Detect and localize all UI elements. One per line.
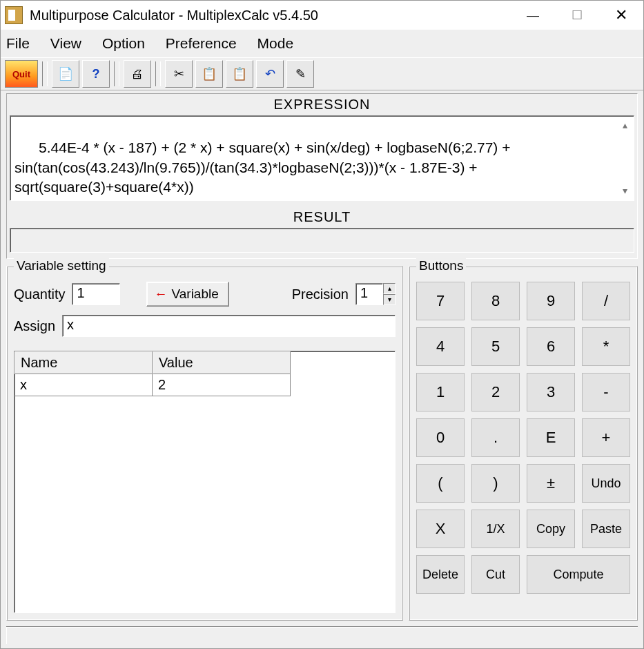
copy-icon[interactable]: 📋	[195, 60, 223, 88]
window-title: Multipurpose Calculator - MultiplexCalc …	[30, 8, 511, 23]
paste-icon[interactable]: 📋	[226, 60, 253, 88]
precision-up-icon[interactable]: ▴	[383, 283, 396, 294]
key-8[interactable]: 8	[471, 282, 520, 320]
variable-legend: Variable setting	[14, 258, 109, 273]
open-icon[interactable]: 📄	[52, 60, 79, 88]
key-1[interactable]: 1	[416, 373, 465, 411]
key-paste[interactable]: Paste	[582, 510, 630, 548]
table-header: Name Value	[14, 351, 395, 374]
precision-down-icon[interactable]: ▾	[383, 294, 396, 305]
key-e[interactable]: E	[527, 418, 575, 457]
menubar: File View Option Preference Mode	[1, 30, 643, 57]
quantity-input[interactable]: 1	[72, 283, 120, 305]
undo-icon[interactable]: ↶	[256, 60, 284, 88]
precision-input[interactable]: 1	[355, 283, 383, 305]
buttons-legend: Buttons	[416, 258, 466, 273]
key-divide[interactable]: /	[582, 282, 630, 320]
toolbar-separator	[114, 61, 119, 86]
toolbar-separator	[155, 61, 161, 86]
window-controls: — ☐ ✕	[511, 1, 643, 30]
result-heading: RESULT	[10, 208, 634, 228]
cell-value[interactable]: 2	[153, 374, 291, 396]
scroll-down-icon[interactable]: ▾	[623, 184, 627, 197]
key-undo[interactable]: Undo	[582, 464, 630, 503]
buttons-group: Buttons 7 8 9 / 4 5 6 * 1 2 3 - 0 . E + …	[409, 266, 638, 621]
key-9[interactable]: 9	[527, 282, 575, 320]
toolbar-separator	[42, 61, 48, 86]
key-lparen[interactable]: (	[416, 464, 465, 503]
col-value-header[interactable]: Value	[153, 351, 291, 374]
key-plusminus[interactable]: ±	[527, 464, 575, 503]
key-x[interactable]: X	[416, 510, 465, 548]
statusbar	[6, 626, 638, 644]
expression-input[interactable]: 5.44E-4 * (x - 187) + (2 * x) + square(x…	[10, 115, 634, 201]
variable-button[interactable]: ← Variable	[146, 282, 228, 307]
titlebar: Multipurpose Calculator - MultiplexCalc …	[1, 1, 643, 30]
col-name-header[interactable]: Name	[14, 351, 153, 374]
minimize-button[interactable]: —	[511, 1, 555, 30]
expression-text: 5.44E-4 * (x - 187) + (2 * x) + square(x…	[14, 139, 514, 195]
cell-name[interactable]: x	[14, 374, 153, 396]
menu-view[interactable]: View	[50, 35, 81, 52]
expression-panel: EXPRESSION 5.44E-4 * (x - 187) + (2 * x)…	[6, 93, 638, 259]
menu-file[interactable]: File	[6, 35, 30, 52]
toolbar: Quit 📄 ? 🖨 ✂ 📋 📋 ↶ ✎	[1, 57, 643, 90]
precision-label: Precision	[292, 287, 349, 302]
key-4[interactable]: 4	[416, 327, 465, 366]
key-6[interactable]: 6	[527, 327, 575, 366]
assign-input[interactable]: x	[62, 315, 396, 337]
keypad: 7 8 9 / 4 5 6 * 1 2 3 - 0 . E + ( ) ± Un…	[416, 282, 630, 594]
lower-area: Variable setting Quantity 1 ← Variable P…	[1, 260, 643, 626]
menu-mode[interactable]: Mode	[257, 35, 294, 52]
menu-preference[interactable]: Preference	[166, 35, 237, 52]
key-2[interactable]: 2	[471, 373, 520, 411]
expression-heading: EXPRESSION	[10, 95, 634, 115]
scroll-up-icon[interactable]: ▴	[623, 119, 627, 132]
quantity-label: Quantity	[14, 287, 65, 302]
app-icon	[5, 6, 23, 24]
quit-button[interactable]: Quit	[5, 60, 38, 88]
key-copy[interactable]: Copy	[527, 510, 575, 548]
key-multiply[interactable]: *	[582, 327, 630, 366]
table-row[interactable]: x 2	[14, 374, 395, 396]
precision-spinner[interactable]: 1 ▴ ▾	[355, 283, 396, 305]
variable-group: Variable setting Quantity 1 ← Variable P…	[6, 266, 403, 621]
cut-icon[interactable]: ✂	[165, 60, 193, 88]
key-reciprocal[interactable]: 1/X	[471, 510, 520, 548]
assign-label: Assign	[14, 318, 55, 334]
key-7[interactable]: 7	[416, 282, 465, 320]
key-delete[interactable]: Delete	[416, 555, 465, 594]
clear-icon[interactable]: ✎	[286, 60, 314, 88]
key-plus[interactable]: +	[582, 418, 630, 457]
expression-scrollbar[interactable]: ▴ ▾	[616, 116, 634, 200]
result-output	[10, 228, 634, 253]
maximize-button[interactable]: ☐	[555, 1, 599, 30]
close-button[interactable]: ✕	[599, 1, 643, 30]
key-0[interactable]: 0	[416, 418, 465, 457]
arrow-left-icon: ←	[154, 287, 167, 302]
help-icon[interactable]: ?	[82, 60, 110, 88]
variable-table[interactable]: Name Value x 2	[14, 351, 396, 613]
app-window: Multipurpose Calculator - MultiplexCalc …	[0, 0, 644, 649]
variable-button-label: Variable	[171, 287, 218, 302]
key-dot[interactable]: .	[471, 418, 520, 457]
key-5[interactable]: 5	[471, 327, 520, 366]
key-minus[interactable]: -	[582, 373, 630, 411]
key-compute[interactable]: Compute	[527, 555, 630, 594]
key-cut[interactable]: Cut	[471, 555, 520, 594]
key-rparen[interactable]: )	[471, 464, 520, 503]
key-3[interactable]: 3	[527, 373, 575, 411]
print-icon[interactable]: 🖨	[124, 60, 151, 88]
menu-option[interactable]: Option	[102, 35, 145, 52]
